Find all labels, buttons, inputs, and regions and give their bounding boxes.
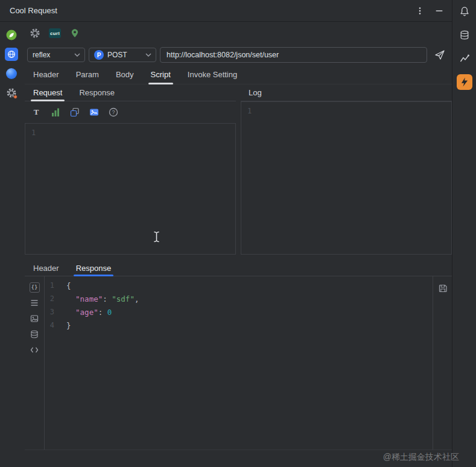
settings-gear-wrap xyxy=(6,87,17,98)
code-line: 4} xyxy=(45,319,433,332)
send-request-icon[interactable] xyxy=(431,47,449,63)
response-editor: {} xyxy=(25,276,452,450)
code-text: "age": 0 xyxy=(66,308,112,317)
bottom-tab-header[interactable]: Header xyxy=(25,261,68,276)
subtab-response[interactable]: Response xyxy=(71,84,123,101)
api-globe-icon-bg xyxy=(5,48,18,61)
image-preview-icon[interactable] xyxy=(28,313,40,325)
center-column: curl reflex P POST xyxy=(25,22,452,467)
chevron-down-icon xyxy=(74,53,80,57)
location-pin-icon[interactable] xyxy=(69,27,81,39)
line-number: 1 xyxy=(45,281,54,290)
right-rail xyxy=(452,0,476,467)
window-title: Cool Request xyxy=(10,6,57,15)
tab-param[interactable]: Param xyxy=(68,65,107,84)
log-title: Log xyxy=(249,88,262,97)
code-line: 1{ xyxy=(45,279,433,292)
response-section-tabs: Header Response xyxy=(25,261,452,276)
left-rail xyxy=(0,22,25,467)
script-editor-toolbar: T ? xyxy=(25,101,236,123)
save-icon[interactable] xyxy=(437,282,449,294)
json-braces-icon[interactable]: {} xyxy=(28,281,40,293)
request-bar: reflex P POST xyxy=(25,45,452,65)
bottom-tab-response[interactable]: Response xyxy=(68,261,120,276)
code-view-icon[interactable] xyxy=(28,344,40,356)
response-view-gutter: {} xyxy=(25,276,45,450)
main-column: Cool Request xyxy=(0,0,452,467)
spring-icon[interactable] xyxy=(0,25,23,45)
script-editor[interactable]: 1 xyxy=(25,123,236,255)
line-number: 3 xyxy=(45,308,54,316)
code-text: { xyxy=(66,281,71,290)
response-code-lines[interactable]: 1{2 "name": "sdf",3 "age": 04} xyxy=(45,276,433,450)
database-view-icon[interactable] xyxy=(28,328,40,340)
script-line-number: 1 xyxy=(31,129,36,137)
text-cursor-icon xyxy=(153,231,160,244)
line-number: 2 xyxy=(45,294,54,303)
web-sphere-icon[interactable] xyxy=(0,64,23,83)
log-line-number: 1 xyxy=(247,107,252,115)
build-gear-icon[interactable] xyxy=(29,27,41,39)
environment-select[interactable]: reflex xyxy=(27,48,85,62)
svg-text:?: ? xyxy=(112,109,115,115)
text-format-icon[interactable]: T xyxy=(29,105,43,119)
method-select[interactable]: P POST xyxy=(89,48,156,62)
log-editor[interactable]: 1 xyxy=(241,101,452,255)
code-text: "name": "sdf", xyxy=(66,294,139,303)
title-bar: Cool Request xyxy=(0,0,452,22)
watermark: @稀土掘金技术社区 xyxy=(383,452,459,463)
copy-icon[interactable] xyxy=(68,105,82,119)
app-window: Cool Request xyxy=(0,0,476,467)
cool-request-logo xyxy=(457,74,472,90)
curl-import-icon[interactable]: curl xyxy=(49,27,61,39)
content-row: curl reflex P POST xyxy=(0,22,452,467)
top-toolbar: curl xyxy=(25,22,452,45)
text-format-glyph: T xyxy=(34,107,39,117)
chart-bars-icon[interactable] xyxy=(48,105,63,119)
settings-gear-icon[interactable] xyxy=(0,83,23,103)
help-icon[interactable]: ? xyxy=(106,105,121,119)
request-section-tabs: Header Param Body Script Invoke Setting xyxy=(25,65,452,84)
code-text: } xyxy=(66,321,71,330)
subtab-request[interactable]: Request xyxy=(25,84,71,101)
web-sphere-icon-shape xyxy=(6,68,17,79)
tab-invoke-setting[interactable]: Invoke Setting xyxy=(179,65,246,84)
chevron-down-icon xyxy=(145,53,151,57)
method-badge: P xyxy=(94,50,104,60)
environment-value: reflex xyxy=(33,51,71,59)
script-split: Request Response T xyxy=(25,84,452,255)
code-line: 3 "age": 0 xyxy=(45,305,433,319)
notifications-bell-icon[interactable] xyxy=(455,2,474,21)
cool-request-icon[interactable] xyxy=(455,73,474,91)
log-pane: Log 1 xyxy=(241,84,452,255)
line-number: 4 xyxy=(45,321,54,329)
minimize-icon[interactable] xyxy=(431,3,447,19)
kebab-menu-icon[interactable] xyxy=(412,3,428,19)
script-pane-tabs: Request Response xyxy=(25,84,236,101)
image-icon[interactable] xyxy=(87,105,101,119)
settings-badge-dot xyxy=(13,95,17,99)
curl-badge: curl xyxy=(49,28,61,38)
tab-script[interactable]: Script xyxy=(142,65,179,84)
database-icon[interactable] xyxy=(455,26,474,44)
api-globe-icon[interactable] xyxy=(0,45,23,64)
tab-body[interactable]: Body xyxy=(107,65,142,84)
list-lines-icon[interactable] xyxy=(28,297,40,309)
url-input[interactable] xyxy=(160,47,427,63)
chart-icon[interactable] xyxy=(455,49,474,68)
method-value: POST xyxy=(107,51,142,59)
script-pane: Request Response T xyxy=(25,84,236,255)
code-line: 2 "name": "sdf", xyxy=(45,292,433,305)
log-header: Log xyxy=(241,84,452,101)
response-save-gutter xyxy=(433,276,452,450)
json-braces-glyph: {} xyxy=(30,282,40,293)
tab-header[interactable]: Header xyxy=(25,65,68,84)
